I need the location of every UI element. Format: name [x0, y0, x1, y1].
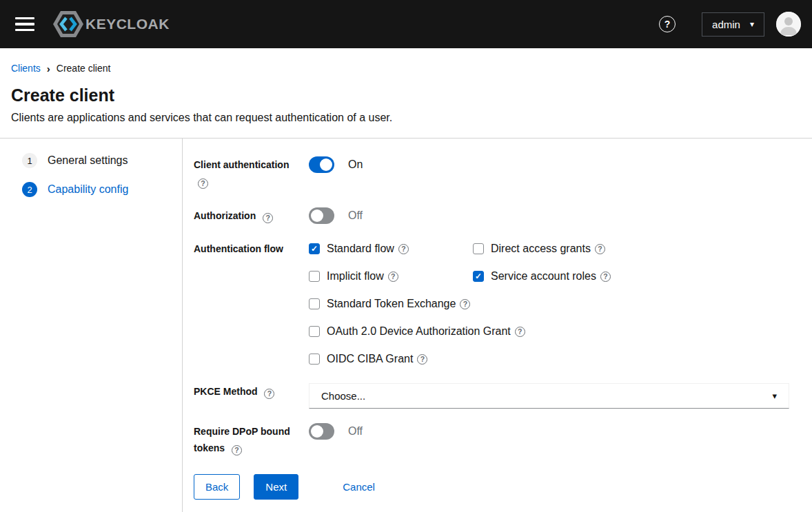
wizard-step-general-settings[interactable]: 1 General settings	[22, 153, 171, 168]
help-icon[interactable]: ?	[398, 244, 409, 254]
header: KEYCLOAK ? admin ▾	[0, 0, 812, 48]
toggle-state-label: Off	[348, 209, 363, 222]
keycloak-hexagon-icon	[52, 10, 84, 39]
toggle-knob	[320, 158, 332, 171]
step-number-badge: 2	[22, 182, 37, 197]
hamburger-menu-icon[interactable]	[11, 10, 39, 38]
capability-config-form: Client authentication ? On Authorization…	[183, 139, 789, 512]
hamburger-bar	[15, 17, 34, 20]
toggle-state-label: On	[348, 158, 363, 171]
require-dpop-row: Require DPoP bound tokens ? Off	[194, 423, 789, 456]
step-number-badge: 1	[22, 153, 37, 168]
authorization-row: Authorization ? Off	[194, 207, 789, 224]
help-icon[interactable]: ?	[595, 244, 605, 254]
help-icon[interactable]: ?	[263, 213, 273, 223]
step-label: Capability config	[48, 183, 128, 196]
toggle-knob	[311, 425, 323, 438]
checkbox[interactable]: ✓	[309, 354, 320, 365]
pkce-method-select[interactable]: Choose... ▾	[309, 383, 789, 409]
check-icon: ✓	[475, 272, 482, 280]
checkbox-oauth-device-authorization-grant[interactable]: ✓ OAuth 2.0 Device Authorization Grant ?	[309, 323, 789, 340]
pkce-method-row: PKCE Method ? Choose... ▾	[194, 383, 789, 409]
page-title: Create client	[11, 85, 801, 105]
page-subtitle: Clients are applications and services th…	[11, 112, 801, 124]
wizard-steps-nav: 1 General settings 2 Capability config	[0, 139, 183, 512]
checkbox[interactable]: ✓	[309, 298, 320, 309]
check-icon: ✓	[311, 245, 318, 253]
require-dpop-control: Off	[309, 423, 789, 440]
help-icon[interactable]: ?	[417, 354, 427, 365]
breadcrumb: Clients › Create client	[0, 48, 812, 74]
wizard-content: 1 General settings 2 Capability config C…	[0, 139, 812, 512]
help-icon[interactable]: ?	[600, 272, 611, 282]
back-button[interactable]: Back	[194, 474, 240, 500]
chevron-right-icon: ›	[47, 63, 50, 74]
require-dpop-label: Require DPoP bound tokens ?	[194, 423, 298, 456]
brand-text: KEYCLOAK	[85, 16, 170, 32]
hamburger-bar	[15, 29, 34, 32]
authorization-toggle[interactable]	[309, 207, 334, 224]
help-icon[interactable]: ?	[388, 272, 398, 282]
help-icon[interactable]: ?	[659, 16, 676, 32]
checkbox-direct-access-grants[interactable]: ✓ Direct access grants ?	[473, 240, 789, 257]
hamburger-bar	[15, 23, 34, 25]
avatar[interactable]	[776, 12, 801, 37]
checkbox-implicit-flow[interactable]: ✓ Implicit flow ?	[309, 268, 473, 285]
require-dpop-toggle[interactable]	[309, 423, 334, 440]
keycloak-logo: KEYCLOAK	[52, 10, 170, 39]
step-label: General settings	[48, 154, 128, 167]
checkbox[interactable]: ✓	[473, 243, 484, 254]
authorization-control: Off	[309, 207, 789, 224]
help-icon[interactable]: ?	[232, 445, 242, 455]
help-icon[interactable]: ?	[198, 178, 208, 189]
toggle-knob	[311, 209, 323, 222]
wizard-actions: Back Next Cancel	[194, 474, 789, 500]
client-authentication-label: Client authentication ?	[194, 156, 298, 190]
authentication-flow-row: Authentication flow ✓ Standard flow ? ✓ …	[194, 240, 789, 367]
person-icon	[776, 12, 801, 37]
checkbox[interactable]: ✓	[309, 271, 320, 282]
authorization-label: Authorization ?	[194, 207, 298, 224]
caret-down-icon: ▾	[750, 19, 754, 29]
checkbox[interactable]: ✓	[309, 326, 320, 337]
app-window: KEYCLOAK ? admin ▾ Clients › Create clie…	[0, 0, 812, 512]
authentication-flow-label: Authentication flow	[194, 240, 298, 257]
checkbox[interactable]: ✓	[473, 271, 484, 282]
checkbox-service-account-roles[interactable]: ✓ Service account roles ?	[473, 268, 789, 285]
caret-down-icon: ▾	[772, 391, 777, 401]
authentication-flow-options: ✓ Standard flow ? ✓ Direct access grants…	[309, 240, 789, 367]
select-value: Choose...	[321, 390, 365, 402]
question-glyph: ?	[664, 19, 671, 30]
client-authentication-toggle[interactable]	[309, 156, 334, 173]
checkbox-oidc-ciba-grant[interactable]: ✓ OIDC CIBA Grant ?	[309, 351, 789, 367]
pkce-method-label: PKCE Method ?	[194, 383, 298, 400]
breadcrumb-link-clients[interactable]: Clients	[11, 63, 41, 74]
help-icon[interactable]: ?	[515, 327, 525, 337]
help-icon[interactable]: ?	[460, 299, 470, 309]
client-authentication-control: On	[309, 156, 789, 173]
wizard-step-capability-config[interactable]: 2 Capability config	[22, 182, 171, 197]
page-header: Create client Clients are applications a…	[0, 74, 812, 124]
cancel-button[interactable]: Cancel	[332, 474, 386, 500]
client-authentication-row: Client authentication ? On	[194, 156, 789, 190]
toggle-state-label: Off	[348, 425, 363, 438]
next-button[interactable]: Next	[254, 474, 298, 500]
checkbox[interactable]: ✓	[309, 243, 320, 254]
checkbox-standard-token-exchange[interactable]: ✓ Standard Token Exchange ?	[309, 296, 789, 312]
username-label: admin	[712, 19, 740, 30]
user-menu-dropdown[interactable]: admin ▾	[702, 12, 764, 37]
checkbox-standard-flow[interactable]: ✓ Standard flow ?	[309, 240, 473, 257]
help-icon[interactable]: ?	[264, 389, 274, 399]
breadcrumb-current: Create client	[57, 63, 111, 74]
